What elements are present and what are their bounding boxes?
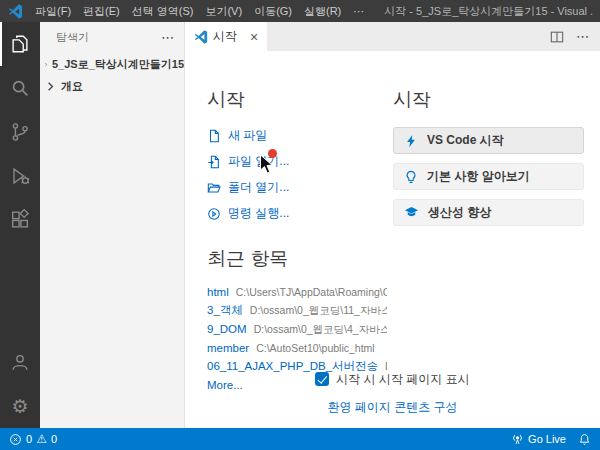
explorer-icon[interactable] (0, 22, 40, 66)
open-folder-link[interactable]: 폴더 열기... (207, 179, 387, 196)
bell-icon[interactable] (578, 433, 591, 446)
recent-section-title: 최근 항목 (207, 246, 387, 272)
extensions-icon[interactable] (0, 198, 40, 242)
editor-area: 시작 × ⋯ 시작 새 파일 (185, 22, 600, 428)
lightbulb-icon (404, 170, 418, 184)
settings-gear-icon[interactable]: ⚙ (0, 384, 40, 428)
account-icon[interactable] (0, 340, 40, 384)
menu-selection[interactable]: 선택 영역(S) (126, 4, 200, 19)
recent-item[interactable]: 9_DOM D:\ossam\0_웹코딩\4_자바스크립트 (207, 323, 387, 337)
walkthrough-productivity[interactable]: 생산성 향상 (393, 199, 584, 226)
outline-label: 개요 (61, 79, 83, 94)
problems-indicator[interactable]: 0 ⚠ 0 (9, 433, 57, 446)
error-icon (9, 433, 22, 446)
open-file-icon (207, 155, 221, 169)
tab-bar: 시작 × ⋯ (185, 22, 600, 51)
broadcast-icon (511, 433, 524, 446)
recent-item[interactable]: 3_객체 D:\ossam\0_웹코딩\11_자바스크립... (207, 303, 387, 318)
sidebar-title: 탐색기 (56, 30, 89, 45)
recent-item[interactable]: html C:\Users\TJ\AppData\Roaming\Code\..… (207, 286, 387, 298)
editor-more-actions-icon[interactable]: ⋯ (576, 29, 589, 44)
window-title: 시작 - 5_JS로_탁상시계만들기15 - Visual ... (384, 4, 594, 19)
new-file-link[interactable]: 새 파일 (207, 127, 387, 144)
new-file-icon (207, 129, 221, 143)
search-icon[interactable] (0, 66, 40, 110)
activity-bar: ⚙ (0, 22, 40, 428)
vscode-logo-icon (194, 30, 208, 44)
source-control-icon[interactable] (0, 110, 40, 154)
run-debug-icon[interactable] (0, 154, 40, 198)
tab-label: 시작 (213, 28, 237, 45)
vscode-window: 파일(F) 편집(E) 선택 영역(S) 보기(V) 이동(G) 실행(R) ⋯… (0, 0, 600, 450)
menu-edit[interactable]: 편집(E) (77, 4, 126, 19)
sidebar-item-outline[interactable]: 개요 (40, 75, 184, 97)
recent-item[interactable]: member C:\AutoSet10\public_html (207, 342, 387, 354)
error-count: 0 (26, 433, 32, 445)
walkthrough-fundamentals[interactable]: 기본 사항 알아보기 (393, 163, 584, 190)
zap-icon (404, 134, 418, 148)
split-editor-icon[interactable] (550, 30, 564, 44)
chevron-right-icon (43, 57, 49, 72)
go-live-label: Go Live (528, 433, 566, 445)
menu-go[interactable]: 이동(G) (248, 4, 298, 19)
show-welcome-on-startup[interactable]: 시작 시 시작 페이지 표시 (315, 371, 469, 388)
menu-run[interactable]: 실행(R) (298, 4, 347, 19)
sidebar-more-actions-icon[interactable]: ⋯ (161, 30, 174, 45)
status-bar: 0 ⚠ 0 Go Live (0, 428, 600, 450)
sidebar-header: 탐색기 ⋯ (40, 22, 184, 53)
checkbox-checked-icon[interactable] (315, 372, 329, 386)
sidebar-item-folder-root[interactable]: 5_JS로_탁상시계만들기15 (40, 53, 184, 75)
activity-bar-spacer (0, 242, 40, 340)
vscode-logo-icon (8, 4, 23, 19)
open-file-link[interactable]: 파일 열기... (207, 153, 387, 170)
checkbox-label: 시작 시 시작 페이지 표시 (336, 371, 469, 388)
menu-view[interactable]: 보기(V) (199, 4, 248, 19)
tab-welcome[interactable]: 시작 × (185, 22, 267, 51)
configure-welcome-content-link[interactable]: 환영 페이지 콘텐츠 구성 (185, 399, 600, 416)
start-section-title: 시작 (207, 87, 387, 113)
run-command-icon (207, 207, 221, 221)
open-folder-icon (207, 181, 221, 195)
walkthroughs-section-title: 시작 (393, 87, 584, 113)
explorer-sidebar: 탐색기 ⋯ 5_JS로_탁상시계만들기15 개요 (40, 22, 185, 428)
menu-more-icon[interactable]: ⋯ (347, 5, 370, 18)
graduation-cap-icon (404, 205, 419, 220)
welcome-footer: 시작 시 시작 페이지 표시 환영 페이지 콘텐츠 구성 (185, 371, 600, 417)
welcome-page: 시작 새 파일 파일 열기... 폴더 열기... (185, 51, 600, 428)
run-command-link[interactable]: 명령 실행... (207, 205, 387, 222)
close-icon[interactable]: × (250, 30, 258, 44)
go-live-button[interactable]: Go Live (511, 433, 566, 446)
editor-actions: ⋯ (539, 22, 600, 51)
warning-icon: ⚠ (36, 433, 47, 445)
folder-root-label: 5_JS로_탁상시계만들기15 (52, 57, 184, 72)
menu-file[interactable]: 파일(F) (29, 4, 77, 19)
walkthrough-get-started[interactable]: VS Code 시작 (393, 127, 584, 154)
warning-count: 0 (51, 433, 57, 445)
title-bar: 파일(F) 편집(E) 선택 영역(S) 보기(V) 이동(G) 실행(R) ⋯… (0, 0, 600, 22)
chevron-right-icon (43, 79, 58, 94)
